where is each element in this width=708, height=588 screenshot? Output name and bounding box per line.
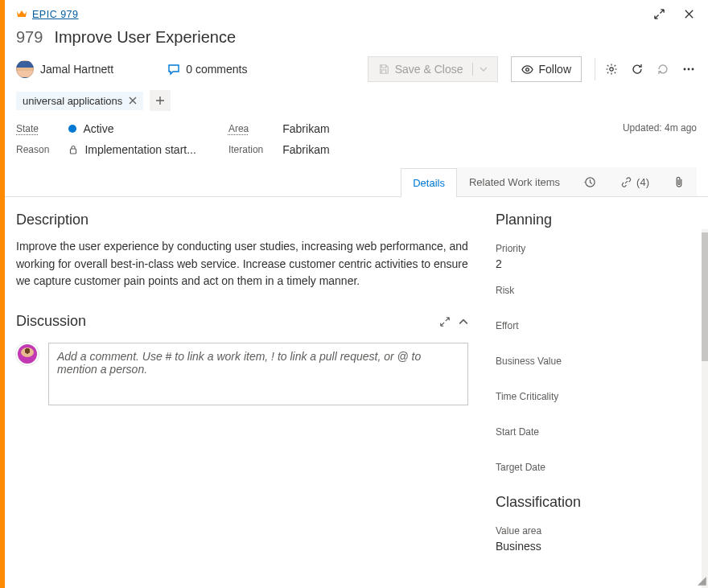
start-date-label: Start Date bbox=[496, 426, 697, 438]
scrollbar-thumb[interactable] bbox=[702, 232, 708, 361]
comments-count: 0 comments bbox=[186, 63, 247, 76]
save-label: Save & Close bbox=[395, 63, 463, 76]
description-heading: Description bbox=[16, 212, 468, 228]
area-label: Area bbox=[228, 123, 263, 134]
current-user-avatar bbox=[16, 343, 39, 365]
history-icon bbox=[584, 176, 596, 188]
discussion-heading: Discussion bbox=[16, 313, 86, 330]
assignee-picker[interactable]: Jamal Hartnett bbox=[16, 60, 113, 78]
priority-label: Priority bbox=[496, 243, 697, 254]
add-tag-button[interactable] bbox=[150, 90, 171, 111]
classification-heading: Classification bbox=[496, 494, 697, 511]
target-date-label: Target Date bbox=[496, 462, 697, 473]
title-row: 979 Improve User Experience bbox=[5, 23, 708, 53]
side-pane: Planning Priority 2 Risk Effort Business… bbox=[483, 197, 708, 588]
header-bar: EPIC 979 bbox=[5, 0, 708, 23]
iteration-picker[interactable]: Fabrikam bbox=[282, 143, 329, 156]
svg-point-2 bbox=[684, 68, 686, 71]
comment-input[interactable]: Add a comment. Use # to link a work item… bbox=[48, 343, 468, 405]
actions-row: Jamal Hartnett 0 comments Save & Close F… bbox=[5, 53, 708, 90]
tab-details[interactable]: Details bbox=[401, 168, 457, 197]
discussion-collapse-icon[interactable] bbox=[459, 316, 468, 330]
area-picker[interactable]: Fabrikam bbox=[282, 122, 329, 135]
avatar bbox=[16, 60, 34, 78]
comment-icon bbox=[167, 63, 180, 76]
state-value: Active bbox=[83, 122, 113, 135]
planning-heading: Planning bbox=[496, 212, 697, 228]
remove-tag-icon[interactable] bbox=[129, 95, 137, 107]
tag-chip[interactable]: universal applications bbox=[16, 92, 143, 110]
state-label: State bbox=[16, 123, 49, 134]
work-item-id: 979 bbox=[16, 28, 43, 47]
crown-icon bbox=[16, 8, 27, 21]
reason-value: Implementation start... bbox=[84, 143, 196, 156]
risk-label: Risk bbox=[496, 285, 697, 296]
breadcrumb-link[interactable]: EPIC 979 bbox=[32, 9, 79, 20]
reason-picker[interactable]: Implementation start... bbox=[68, 143, 196, 156]
tags-row: universal applications bbox=[5, 90, 708, 121]
reason-label: Reason bbox=[16, 144, 49, 155]
tab-links-count: (4) bbox=[636, 176, 649, 188]
discussion-expand-icon[interactable] bbox=[439, 316, 451, 330]
tab-attachments[interactable] bbox=[661, 167, 697, 196]
effort-label: Effort bbox=[496, 320, 697, 331]
eye-icon bbox=[521, 64, 533, 76]
svg-point-4 bbox=[692, 68, 694, 71]
attachment-icon bbox=[673, 176, 685, 188]
svg-point-0 bbox=[525, 68, 529, 71]
gear-icon[interactable] bbox=[600, 58, 623, 80]
comments-link[interactable]: 0 comments bbox=[167, 63, 247, 76]
svg-point-1 bbox=[610, 68, 613, 71]
description-body[interactable]: Improve the user experience by conductin… bbox=[16, 238, 468, 290]
tabs-bar: Details Related Work items (4) bbox=[5, 167, 708, 197]
updated-text: Updated: 4m ago bbox=[623, 122, 697, 134]
meta-row: State Active Reason Implementation start… bbox=[5, 121, 708, 167]
priority-value[interactable]: 2 bbox=[496, 257, 697, 270]
assignee-name: Jamal Hartnett bbox=[40, 63, 113, 76]
more-icon[interactable] bbox=[677, 58, 700, 80]
follow-label: Follow bbox=[539, 63, 571, 76]
refresh-icon[interactable] bbox=[626, 58, 648, 80]
time-criticality-label: Time Criticality bbox=[496, 391, 697, 402]
value-area-value[interactable]: Business bbox=[496, 540, 697, 553]
svg-point-3 bbox=[688, 68, 690, 71]
undo-icon[interactable] bbox=[652, 58, 674, 80]
save-icon bbox=[378, 64, 389, 75]
lock-icon bbox=[68, 145, 78, 154]
svg-rect-5 bbox=[71, 149, 76, 154]
tag-label: universal applications bbox=[23, 95, 122, 107]
link-icon bbox=[620, 176, 632, 188]
value-area-label: Value area bbox=[496, 525, 697, 537]
work-item-title[interactable]: Improve User Experience bbox=[54, 28, 236, 47]
main-pane: Description Improve the user experience … bbox=[5, 197, 483, 588]
tab-related[interactable]: Related Work items bbox=[457, 167, 572, 196]
state-dot-icon bbox=[68, 125, 76, 133]
chevron-down-icon bbox=[472, 63, 488, 76]
state-picker[interactable]: Active bbox=[68, 122, 196, 135]
expand-icon[interactable] bbox=[650, 5, 669, 23]
tab-links[interactable]: (4) bbox=[608, 167, 661, 196]
tab-related-label: Related Work items bbox=[469, 176, 560, 188]
iteration-label: Iteration bbox=[228, 144, 263, 155]
business-value-label: Business Value bbox=[496, 356, 697, 367]
tab-history[interactable] bbox=[572, 167, 608, 196]
follow-button[interactable]: Follow bbox=[511, 56, 582, 82]
save-button: Save & Close bbox=[368, 56, 498, 82]
tab-details-label: Details bbox=[413, 177, 445, 189]
close-icon[interactable] bbox=[680, 5, 698, 23]
